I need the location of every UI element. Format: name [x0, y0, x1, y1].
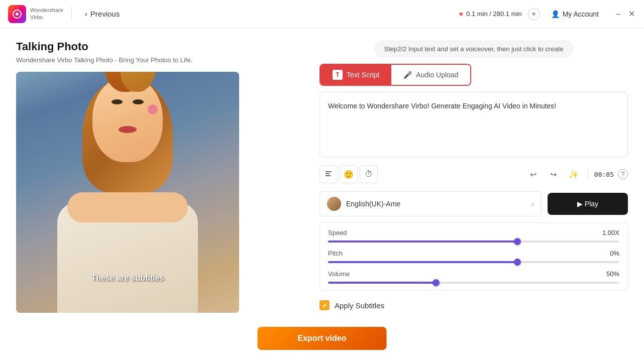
figure-lips	[119, 126, 137, 133]
magic-button[interactable]: ✨	[566, 166, 582, 182]
pitch-track	[328, 261, 619, 263]
clock-button[interactable]: ⏱	[360, 165, 378, 183]
speed-fill	[328, 240, 517, 243]
titlebar-right: ♥ 0.1 min / 280.1 min + 👤 My Account – ✕	[459, 7, 636, 21]
right-panel: Step2/2 Input text and set a voiceover, …	[319, 40, 628, 350]
tabs-container: T Text Script 🎤 Audio Upload	[319, 64, 471, 86]
clock-icon: ⏱	[365, 170, 373, 179]
apply-subtitles-row: ✓ Apply Subtitles	[319, 296, 628, 314]
pitch-thumb[interactable]	[514, 259, 521, 266]
titlebar-divider	[71, 7, 72, 21]
help-button[interactable]: ?	[618, 169, 628, 179]
emoji-icon: 🙂	[344, 170, 354, 179]
speed-thumb[interactable]	[514, 238, 521, 245]
photo-container: These are subtitles	[16, 72, 239, 313]
voice-row: English(UK)-Ame › ▶ Play	[319, 191, 628, 216]
voice-selector[interactable]: English(UK)-Ame ›	[319, 191, 542, 216]
format-icon	[325, 170, 333, 178]
volume-slider-container	[328, 282, 619, 284]
previous-button[interactable]: ‹ Previous	[80, 7, 125, 21]
figure-flower	[148, 104, 158, 114]
subtitle-overlay: These are subtitles	[91, 274, 164, 283]
chevron-left-icon: ‹	[85, 10, 87, 18]
minimize-button[interactable]: –	[614, 10, 623, 19]
time-display: 00:05	[594, 171, 614, 178]
script-text-area[interactable]: Welcome to Wondershare Virbo! Generate E…	[319, 92, 628, 157]
logo-area: Wondershare Virbo	[8, 5, 63, 23]
play-button[interactable]: ▶ Play	[548, 193, 628, 215]
speed-label-row: Speed 1.00X	[328, 229, 619, 236]
my-account-button[interactable]: 👤 My Account	[546, 7, 604, 21]
export-area: Export video	[258, 327, 387, 350]
redo-button[interactable]: ↪	[546, 166, 562, 182]
voice-name: English(UK)-Ame	[346, 200, 526, 208]
heart-icon: ♥	[459, 10, 463, 18]
sliders-section: Speed 1.00X Pitch 0%	[319, 222, 628, 290]
left-panel: Talking Photo Wondershare Virbo Talking …	[16, 40, 307, 350]
titlebar: Wondershare Virbo ‹ Previous ♥ 0.1 min /…	[0, 0, 644, 28]
window-controls: – ✕	[614, 10, 636, 19]
svg-point-1	[16, 13, 19, 16]
toolbar-divider	[588, 169, 588, 179]
text-script-icon: T	[333, 70, 343, 80]
figure-left-eye	[112, 99, 123, 104]
main-content: Talking Photo Wondershare Virbo Talking …	[0, 28, 644, 362]
svg-rect-3	[326, 173, 330, 174]
format-button[interactable]	[319, 165, 338, 183]
chevron-right-icon: ›	[531, 200, 534, 208]
figure-shoulders	[67, 192, 188, 222]
toolbar: 🙂 ⏱ ↩ ↪ ✨ 00:05 ?	[319, 163, 628, 185]
svg-rect-4	[326, 175, 331, 176]
volume-thumb[interactable]	[433, 279, 440, 286]
tab-text-script[interactable]: T Text Script	[320, 65, 391, 85]
export-button[interactable]: Export video	[258, 327, 387, 350]
speed-slider-row: Speed 1.00X	[328, 229, 619, 243]
voice-avatar	[327, 197, 341, 211]
add-duration-button[interactable]: +	[528, 8, 540, 20]
volume-label-row: Volume 50%	[328, 270, 619, 278]
emoji-button[interactable]: 🙂	[340, 165, 358, 183]
pitch-slider-row: Pitch 0%	[328, 250, 619, 263]
checkmark-icon: ✓	[322, 302, 328, 309]
svg-rect-2	[326, 171, 332, 172]
figure-right-eye	[133, 99, 144, 104]
app-name: Wondershare Virbo	[30, 7, 63, 20]
apply-subtitles-label: Apply Subtitles	[335, 301, 384, 310]
toolbar-right: ↩ ↪ ✨ 00:05 ?	[525, 166, 628, 182]
tab-audio-upload[interactable]: 🎤 Audio Upload	[391, 65, 470, 85]
pitch-label-row: Pitch 0%	[328, 250, 619, 257]
volume-fill	[328, 282, 436, 284]
page-title: Talking Photo	[16, 40, 307, 53]
speed-track	[328, 240, 619, 243]
pitch-slider-container	[328, 261, 619, 263]
apply-subtitles-checkbox[interactable]: ✓	[319, 300, 330, 310]
speed-slider-container	[328, 240, 619, 243]
step-hint: Step2/2 Input text and set a voiceover, …	[374, 40, 574, 58]
close-button[interactable]: ✕	[627, 10, 636, 19]
undo-button[interactable]: ↩	[525, 166, 542, 182]
page-subtitle: Wondershare Virbo Talking Photo - Bring …	[16, 56, 307, 64]
account-icon: 👤	[551, 10, 560, 18]
duration-badge: ♥ 0.1 min / 280.1 min	[459, 10, 522, 18]
logo-icon	[8, 5, 26, 23]
pitch-fill	[328, 261, 517, 263]
microphone-icon: 🎤	[403, 71, 412, 79]
volume-slider-row: Volume 50%	[328, 270, 619, 284]
volume-track	[328, 282, 619, 284]
